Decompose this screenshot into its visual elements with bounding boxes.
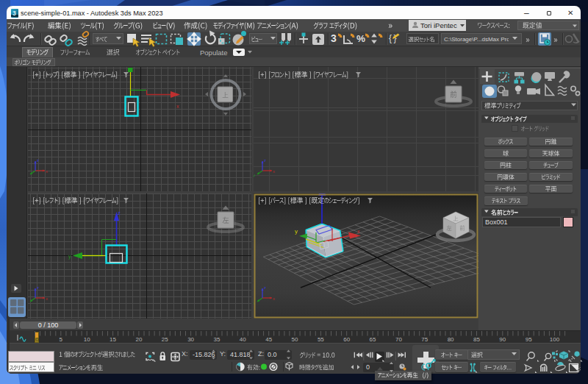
svg-text:y: y: [295, 228, 298, 235]
svg-text:y: y: [26, 173, 28, 177]
svg-text:x: x: [176, 104, 179, 109]
svg-text:y: y: [26, 300, 28, 305]
svg-text:z: z: [118, 210, 121, 216]
svg-text:z: z: [37, 285, 39, 290]
svg-text:x: x: [273, 169, 275, 174]
svg-text:z: z: [37, 158, 39, 163]
svg-text:z: z: [264, 285, 266, 290]
svg-text:x: x: [357, 229, 360, 234]
svg-text:z: z: [264, 158, 266, 163]
svg-text:x: x: [46, 169, 48, 174]
svg-text:x: x: [46, 296, 48, 301]
svg-text:y: y: [253, 173, 255, 177]
svg-text:x: x: [273, 296, 275, 301]
svg-text:y: y: [68, 254, 71, 260]
